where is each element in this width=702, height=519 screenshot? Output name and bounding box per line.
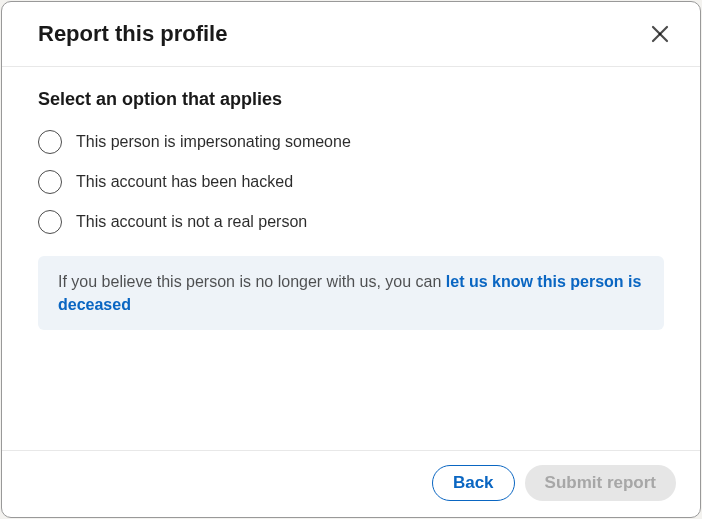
modal-header: Report this profile — [2, 2, 700, 67]
radio-icon — [38, 130, 62, 154]
radio-icon — [38, 170, 62, 194]
option-impersonating[interactable]: This person is impersonating someone — [38, 130, 664, 154]
info-prefix-text: If you believe this person is no longer … — [58, 273, 446, 290]
modal-body: Select an option that applies This perso… — [2, 67, 700, 450]
option-label: This account has been hacked — [76, 173, 293, 191]
radio-icon — [38, 210, 62, 234]
option-hacked[interactable]: This account has been hacked — [38, 170, 664, 194]
option-label: This person is impersonating someone — [76, 133, 351, 151]
instruction-text: Select an option that applies — [38, 89, 664, 110]
back-button[interactable]: Back — [432, 465, 515, 501]
deceased-info-box: If you believe this person is no longer … — [38, 256, 664, 330]
modal-footer: Back Submit report — [2, 450, 700, 517]
report-profile-modal: Report this profile Select an option tha… — [1, 1, 701, 518]
close-icon — [648, 22, 672, 46]
option-not-real-person[interactable]: This account is not a real person — [38, 210, 664, 234]
close-button[interactable] — [642, 16, 678, 52]
submit-report-button[interactable]: Submit report — [525, 465, 676, 501]
option-label: This account is not a real person — [76, 213, 307, 231]
modal-title: Report this profile — [38, 21, 227, 47]
